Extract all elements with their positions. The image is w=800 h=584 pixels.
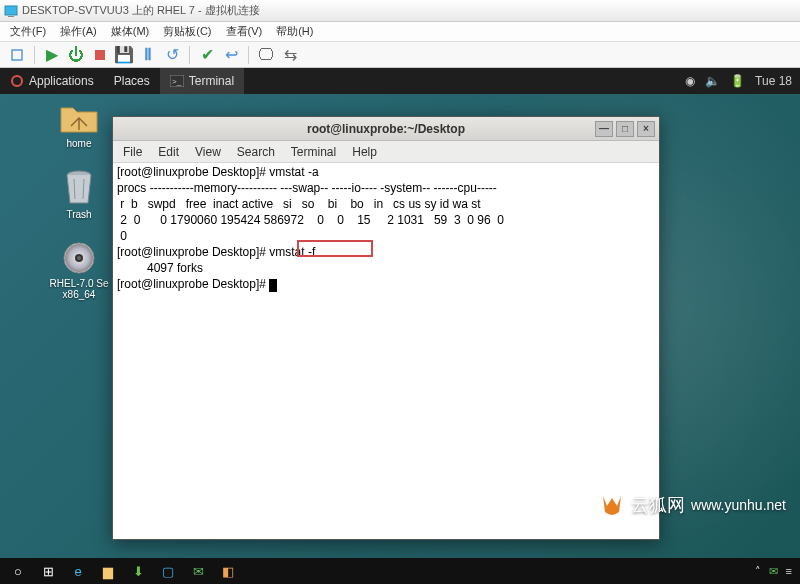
- home-folder-icon[interactable]: home: [44, 102, 114, 149]
- term-menu-search[interactable]: Search: [237, 145, 275, 159]
- svg-rect-2: [12, 50, 22, 60]
- term-line: 0: [117, 229, 127, 243]
- trash-icon[interactable]: Trash: [44, 169, 114, 220]
- system-tray[interactable]: ˄ ✉ ≡: [755, 565, 792, 578]
- separator: [189, 46, 190, 64]
- clock-label[interactable]: Tue 18: [755, 74, 792, 88]
- term-line: r b swpd free inact active si so bi bo i…: [117, 197, 480, 211]
- accessibility-icon[interactable]: ◉: [685, 74, 695, 88]
- terminal-cursor: [269, 279, 277, 292]
- vm-menu-view[interactable]: 查看(V): [226, 24, 263, 39]
- terminal-output[interactable]: [root@linuxprobe Desktop]# vmstat -a pro…: [113, 163, 659, 539]
- enhanced-icon[interactable]: 🖵: [255, 45, 277, 65]
- store-icon[interactable]: ⬇: [128, 564, 148, 579]
- term-menu-file[interactable]: File: [123, 145, 142, 159]
- watermark-brand: 云狐网: [631, 493, 685, 517]
- tray-chevron-icon[interactable]: ˄: [755, 565, 761, 578]
- terminal-titlebar[interactable]: root@linuxprobe:~/Desktop — □ ×: [113, 117, 659, 141]
- pause-icon[interactable]: Ⅱ: [137, 45, 159, 65]
- disc-icon: [61, 240, 97, 276]
- dvd-label: RHEL-7.0 Se x86_64: [50, 278, 109, 300]
- shutdown-icon[interactable]: ⏹: [89, 45, 111, 65]
- separator: [248, 46, 249, 64]
- term-line: 4097 forks: [117, 261, 203, 275]
- terminal-icon: >_: [170, 75, 184, 87]
- terminal-title-text: root@linuxprobe:~/Desktop: [307, 122, 465, 136]
- vm-menu-media[interactable]: 媒体(M): [111, 24, 150, 39]
- svg-point-12: [77, 256, 81, 260]
- wechat-icon[interactable]: ✉: [188, 564, 208, 579]
- gnome-top-bar: Applications Places >_ Terminal ◉ 🔈 🔋 Tu…: [0, 68, 800, 94]
- places-label: Places: [114, 74, 150, 88]
- cortana-icon[interactable]: ○: [8, 564, 28, 579]
- windows-taskbar: ○ ⊞ e ▆ ⬇ ▢ ✉ ◧ ˄ ✉ ≡: [0, 558, 800, 584]
- terminal-app-indicator[interactable]: >_ Terminal: [160, 68, 244, 94]
- vm-title: DESKTOP-SVTVUU3 上的 RHEL 7 - 虚拟机连接: [22, 3, 260, 18]
- activities-icon: [10, 74, 24, 88]
- terminal-window: root@linuxprobe:~/Desktop — □ × File Edi…: [112, 116, 660, 540]
- task-view-icon[interactable]: ⊞: [38, 564, 58, 579]
- term-line: [root@linuxprobe Desktop]# vmstat -a: [117, 165, 319, 179]
- ctrl-alt-del-icon[interactable]: [6, 45, 28, 65]
- volume-icon[interactable]: 🔈: [705, 74, 720, 88]
- term-menu-terminal[interactable]: Terminal: [291, 145, 336, 159]
- gnome-desktop[interactable]: home Trash RHEL-7.0 Se x86_64 root@linux…: [0, 94, 800, 558]
- share-icon[interactable]: ⇆: [279, 45, 301, 65]
- trash-bin-icon: [62, 169, 96, 207]
- power-icon[interactable]: ⏻: [65, 45, 87, 65]
- term-menu-edit[interactable]: Edit: [158, 145, 179, 159]
- term-menu-view[interactable]: View: [195, 145, 221, 159]
- term-line: [root@linuxprobe Desktop]# vmstat -f: [117, 245, 315, 259]
- reset-icon[interactable]: ↺: [161, 45, 183, 65]
- term-line: 2 0 0 1790060 195424 586972 0 0 15 2 103…: [117, 213, 504, 227]
- watermark-url: www.yunhu.net: [691, 497, 786, 513]
- folder-icon: [59, 102, 99, 136]
- app-icon[interactable]: ◧: [218, 564, 238, 579]
- separator: [34, 46, 35, 64]
- svg-rect-1: [8, 16, 14, 17]
- vm-titlebar: DESKTOP-SVTVUU3 上的 RHEL 7 - 虚拟机连接: [0, 0, 800, 22]
- home-label: home: [66, 138, 91, 149]
- vm-toolbar: ▶ ⏻ ⏹ 💾 Ⅱ ↺ ✔ ↩ 🖵 ⇆: [0, 42, 800, 68]
- mouse-cursor-icon: ↖: [398, 513, 409, 528]
- svg-rect-0: [5, 6, 17, 15]
- terminal-menubar: File Edit View Search Terminal Help: [113, 141, 659, 163]
- svg-point-3: [12, 76, 22, 86]
- edge-icon[interactable]: e: [68, 564, 88, 579]
- vm-menu-action[interactable]: 操作(A): [60, 24, 97, 39]
- vm-menu-help[interactable]: 帮助(H): [276, 24, 313, 39]
- save-icon[interactable]: 💾: [113, 45, 135, 65]
- hyperv-icon[interactable]: ▢: [158, 564, 178, 579]
- trash-label: Trash: [66, 209, 91, 220]
- start-icon[interactable]: ▶: [41, 45, 63, 65]
- term-menu-help[interactable]: Help: [352, 145, 377, 159]
- checkpoint-icon[interactable]: ✔: [196, 45, 218, 65]
- terminal-label: Terminal: [189, 74, 234, 88]
- svg-text:>_: >_: [172, 77, 182, 86]
- battery-icon[interactable]: 🔋: [730, 74, 745, 88]
- vm-menu-clipboard[interactable]: 剪贴板(C): [163, 24, 211, 39]
- tray-network-icon[interactable]: ≡: [786, 565, 792, 577]
- gnome-system-tray[interactable]: ◉ 🔈 🔋 Tue 18: [685, 74, 800, 88]
- term-line: procs -----------memory---------- ---swa…: [117, 181, 497, 195]
- vm-icon: [4, 4, 18, 18]
- vm-menubar: 文件(F) 操作(A) 媒体(M) 剪贴板(C) 查看(V) 帮助(H): [0, 22, 800, 42]
- vm-menu-file[interactable]: 文件(F): [10, 24, 46, 39]
- fox-logo-icon: [599, 492, 625, 518]
- maximize-button[interactable]: □: [616, 121, 634, 137]
- tray-wechat-icon[interactable]: ✉: [769, 565, 778, 578]
- dvd-icon[interactable]: RHEL-7.0 Se x86_64: [44, 240, 114, 300]
- explorer-icon[interactable]: ▆: [98, 564, 118, 579]
- places-menu[interactable]: Places: [104, 68, 160, 94]
- term-prompt: [root@linuxprobe Desktop]#: [117, 277, 269, 291]
- applications-menu[interactable]: Applications: [0, 68, 104, 94]
- minimize-button[interactable]: —: [595, 121, 613, 137]
- revert-icon[interactable]: ↩: [220, 45, 242, 65]
- applications-label: Applications: [29, 74, 94, 88]
- close-button[interactable]: ×: [637, 121, 655, 137]
- watermark: 云狐网 www.yunhu.net: [599, 492, 786, 518]
